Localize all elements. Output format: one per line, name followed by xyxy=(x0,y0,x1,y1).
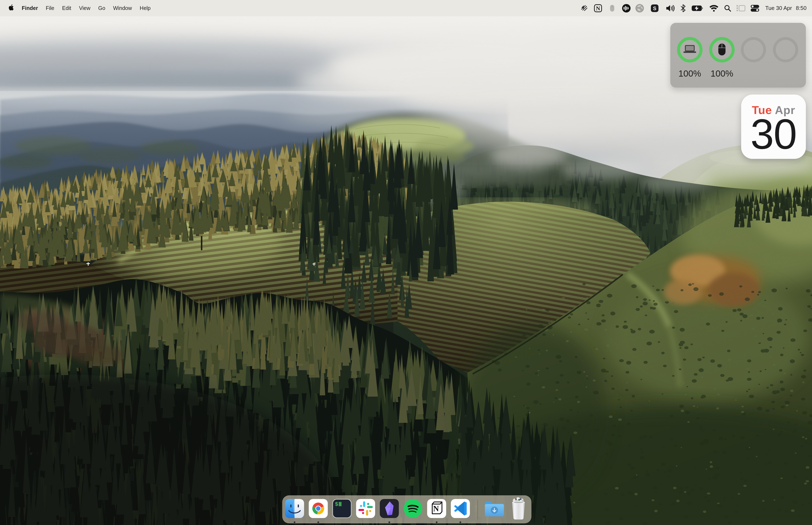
svg-text:100%: 100% xyxy=(710,69,733,78)
svg-text:100%: 100% xyxy=(678,69,701,78)
svg-text:N: N xyxy=(596,5,600,12)
svg-text:N: N xyxy=(433,504,439,513)
svg-text:$: $ xyxy=(335,501,338,508)
svg-text:S: S xyxy=(653,5,656,11)
